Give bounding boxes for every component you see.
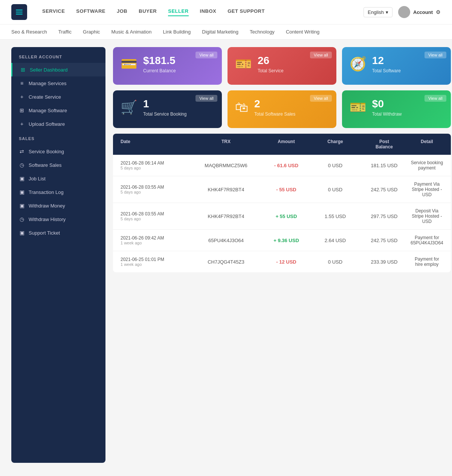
nav-job[interactable]: JOB [117, 8, 127, 16]
transaction-log-icon: ▣ [19, 189, 25, 195]
view-total-service-booking-button[interactable]: View all [195, 95, 217, 102]
current-balance-value: $181.5 [143, 55, 176, 67]
sidebar-label-create-service: Create Service [29, 94, 61, 100]
chevron-down-icon: ▾ [386, 9, 388, 15]
view-total-software-button[interactable]: View all [425, 52, 446, 58]
sidebar-label-transaction-log: Transaction Log [29, 189, 64, 195]
withdraw-money-icon: ▣ [19, 203, 25, 209]
total-service-icon: 🎫 [235, 56, 252, 72]
row2-post-balance: 242.75 USD [362, 187, 407, 192]
row1-charge: 0 USD [313, 163, 358, 168]
nav-support[interactable]: GET SUPPORT [228, 8, 265, 16]
total-service-text: 26 Total Service [258, 55, 284, 73]
view-current-balance-button[interactable]: View all [195, 52, 217, 58]
row5-trx: CH7JQG4T45Z3 [192, 259, 260, 265]
total-withdraw-label: Total Withdraw [372, 111, 402, 117]
total-service-value: 26 [258, 55, 284, 67]
sidebar-item-create-service[interactable]: + Create Service [11, 90, 105, 104]
cat-music[interactable]: Music & Animation [111, 29, 152, 35]
sidebar-label-software-sales: Software Sales [29, 162, 61, 168]
cat-traffic[interactable]: Traffic [58, 29, 72, 35]
sidebar-item-upload-software[interactable]: + Upload Software [11, 117, 105, 131]
sidebar-item-job-list[interactable]: ▣ Job List [11, 172, 105, 185]
view-total-service-button[interactable]: View all [310, 52, 332, 58]
current-balance-text: $181.5 Current Balance [143, 55, 176, 73]
view-total-software-sales-button[interactable]: View all [310, 95, 332, 102]
sidebar-label-withdraw-money: Withdraw Money [29, 203, 65, 209]
card-total-software: View all 🧭 12 Total Software [342, 47, 451, 85]
total-software-sales-value: 2 [254, 98, 295, 110]
total-withdraw-text: $0 Total Withdraw [372, 98, 402, 117]
cat-graphic[interactable]: Graphic [83, 29, 100, 35]
row4-amount: + 9.36 USD [264, 238, 309, 243]
cards-row-1: View all 💳 $181.5 Current Balance View a… [113, 47, 451, 85]
sidebar-item-manage-software[interactable]: ⊞ Manage Software [11, 104, 105, 117]
account-label: Account [413, 9, 433, 15]
table-row: 2021-06-28 03:55 AM 5 days ago KHK4F7R92… [113, 203, 451, 230]
nav-inbox[interactable]: INBOX [200, 8, 217, 16]
language-selector[interactable]: English ▾ [363, 7, 392, 17]
sidebar-label-job-list: Job List [29, 176, 46, 182]
sidebar-item-dashboard[interactable]: ⊞ Seller Dashboard [11, 63, 105, 76]
cat-technology[interactable]: Technology [250, 29, 275, 35]
row3-amount: + 55 USD [264, 214, 309, 219]
logo-icon [11, 4, 27, 20]
row3-post-balance: 297.75 USD [362, 214, 407, 219]
table-row: 2021-06-28 06:14 AM 5 days ago MAQBRMMCZ… [113, 155, 451, 176]
total-service-booking-value: 1 [143, 98, 186, 110]
create-service-icon: + [19, 94, 25, 100]
sidebar-label-support-ticket: Support Ticket [29, 230, 60, 236]
job-list-icon: ▣ [19, 175, 25, 182]
account-button[interactable]: Account ⚙ [398, 6, 441, 18]
row3-charge: 1.55 USD [313, 214, 358, 219]
nav-buyer[interactable]: BUYER [139, 8, 157, 16]
row2-charge: 0 USD [313, 187, 358, 192]
sidebar-item-transaction-log[interactable]: ▣ Transaction Log [11, 185, 105, 199]
nav-software[interactable]: SOFTWARE [76, 8, 105, 16]
sidebar-item-withdraw-money[interactable]: ▣ Withdraw Money [11, 199, 105, 212]
sidebar-label-withdraw-history: Withdraw History [29, 217, 66, 222]
transaction-table: Date TRX Amount Charge PostBalance Detai… [113, 134, 451, 272]
row5-post-balance: 233.39 USD [362, 259, 407, 265]
row4-detail: Payment for 65PU4K4J3O64 [411, 235, 443, 246]
total-service-booking-icon: 🛒 [121, 99, 137, 115]
account-settings-icon: ⚙ [436, 9, 441, 15]
row5-charge: 0 USD [313, 259, 358, 265]
sales-title: SALES [11, 136, 105, 145]
sidebar-item-manage-services[interactable]: ≡ Manage Services [11, 76, 105, 90]
total-software-value: 12 [372, 55, 401, 67]
row3-date: 2021-06-28 03:55 AM 5 days ago [121, 211, 188, 221]
card-current-balance: View all 💳 $181.5 Current Balance [113, 47, 222, 85]
sidebar-label-upload-software: Upload Software [29, 121, 65, 127]
col-post-balance: PostBalance [362, 139, 407, 150]
current-balance-icon: 💳 [121, 56, 137, 72]
row2-date: 2021-06-28 03:55 AM 5 days ago [121, 185, 188, 194]
cat-digital[interactable]: Digital Marketing [202, 29, 238, 35]
sidebar-item-support-ticket[interactable]: ▣ Support Ticket [11, 226, 105, 240]
col-charge: Charge [313, 139, 358, 150]
row3-trx: KHK4F7R92BT4 [192, 214, 260, 219]
cat-link[interactable]: Link Building [163, 29, 191, 35]
col-amount: Amount [264, 139, 309, 150]
logo [11, 4, 27, 20]
current-balance-label: Current Balance [143, 68, 176, 73]
sales-section: SALES ⇄ Service Booking ◷ Software Sales… [11, 136, 105, 240]
col-detail: Detail [411, 139, 443, 150]
total-software-text: 12 Total Software [372, 55, 401, 73]
cat-seo[interactable]: Seo & Research [11, 29, 47, 35]
nav-seller[interactable]: SELLER [168, 8, 188, 16]
row5-date: 2021-06-25 01:01 PM 1 week ago [121, 257, 188, 267]
sidebar-item-software-sales[interactable]: ◷ Software Sales [11, 158, 105, 172]
sidebar-item-service-booking[interactable]: ⇄ Service Booking [11, 145, 105, 158]
sidebar-item-withdraw-history[interactable]: ◷ Withdraw History [11, 212, 105, 226]
total-withdraw-value: $0 [372, 98, 402, 110]
table-header: Date TRX Amount Charge PostBalance Detai… [113, 134, 451, 155]
nav-service[interactable]: SERVICE [42, 8, 65, 16]
service-booking-icon: ⇄ [19, 148, 25, 154]
category-bar: Seo & Research Traffic Graphic Music & A… [0, 24, 452, 40]
sidebar-label-manage-software: Manage Software [29, 108, 67, 113]
view-total-withdraw-button[interactable]: View all [425, 95, 446, 102]
cat-content[interactable]: Content Writing [286, 29, 319, 35]
main-content: SELLER ACCOUNT ⊞ Seller Dashboard ≡ Mana… [0, 40, 452, 470]
row3-detail: Deposit Via Stripe Hosted - USD [411, 208, 443, 224]
